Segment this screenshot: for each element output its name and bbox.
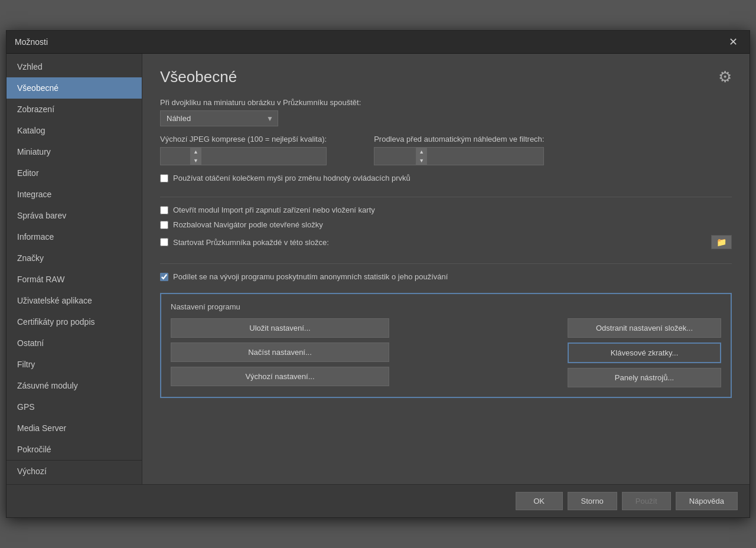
sidebar-item-vseobecne[interactable]: Všeobecné: [6, 77, 142, 99]
jpeg-spin-down[interactable]: ▼: [190, 156, 201, 165]
sidebar-item-integrace[interactable]: Integrace: [6, 184, 142, 205]
double-click-dropdown[interactable]: Náhled: [160, 110, 278, 126]
checkbox-navigator-row: Rozbalovat Navigátor podle otevřené slož…: [160, 220, 732, 229]
checkbox-import-label: Otevřít modul Import při zapnutí zařízen…: [173, 206, 375, 214]
sidebar-item-vzhled[interactable]: Vzhled: [6, 56, 142, 77]
checkbox-explorer-label: Startovat Průzkumníka pokaždé v této slo…: [173, 238, 329, 247]
checkbox-explorer-row: Startovat Průzkumníka pokaždé v této slo…: [160, 235, 732, 249]
double-click-label: Při dvojkliku na miniaturu obrázku v Prů…: [160, 98, 732, 107]
sidebar-item-editor[interactable]: Editor: [6, 162, 142, 184]
sidebar-item-gps[interactable]: GPS: [6, 396, 142, 417]
sidebar-item-sprava-barev[interactable]: Správa barev: [6, 205, 142, 226]
checkbox-navigator[interactable]: [160, 221, 168, 229]
sidebar-item-uzivatelske-aplikace[interactable]: Uživatelské aplikace: [6, 290, 142, 311]
sidebar-item-pokrocile[interactable]: Pokročilé: [6, 439, 142, 460]
checkbox-scroll-row: Používat otáčení kolečkem myši pro změnu…: [160, 174, 732, 182]
separator-2: [160, 263, 732, 264]
section-header: Všeobecné ⚙: [160, 68, 732, 86]
jpeg-spinbox-btns: ▲ ▼: [190, 148, 201, 165]
settings-left-buttons: Uložit nastavení... Načíst nastavení... …: [171, 318, 389, 386]
delay-group: Prodleva před automatickým náhledem ve f…: [374, 135, 544, 165]
sidebar-item-informace[interactable]: Informace: [6, 226, 142, 247]
jpeg-spin-up[interactable]: ▲: [190, 148, 201, 156]
delay-label: Prodleva před automatickým náhledem ve f…: [374, 135, 544, 143]
panels-button[interactable]: Panely nástrojů...: [568, 368, 721, 387]
dialog-footer: OK Storno Použít Nápověda: [6, 484, 750, 517]
sidebar-item-format-raw[interactable]: Formát RAW: [6, 269, 142, 290]
checkbox-import[interactable]: [160, 206, 168, 214]
jpeg-input[interactable]: 95: [161, 149, 190, 163]
delay-spinbox-btns: ▲ ▼: [416, 148, 427, 165]
main-content: Všeobecné ⚙ Při dvojkliku na miniaturu o…: [142, 54, 750, 484]
sidebar-item-zasuvne-moduly[interactable]: Zásuvné moduly: [6, 375, 142, 396]
sidebar-item-certifikaty[interactable]: Certifikáty pro podpis: [6, 311, 142, 332]
sidebar-item-miniatury[interactable]: Miniatury: [6, 141, 142, 162]
jpeg-delay-row: Výchozí JPEG komprese (100 = nejlepší kv…: [160, 135, 732, 165]
checkbox-import-row: Otevřít modul Import při zapnutí zařízen…: [160, 206, 732, 214]
load-settings-button[interactable]: Načíst nastavení...: [171, 342, 389, 362]
dialog-title: Možnosti: [15, 37, 48, 47]
checkbox-statistics-label: Podílet se na vývoji programu poskytnutí…: [173, 272, 448, 281]
jpeg-group: Výchozí JPEG komprese (100 = nejlepší kv…: [160, 135, 327, 165]
checkbox-explorer[interactable]: [160, 238, 168, 246]
double-click-row: Při dvojkliku na miniaturu obrázku v Prů…: [160, 98, 732, 126]
sidebar: Vzhled Všeobecné Zobrazení Katalog Minia…: [6, 54, 142, 484]
sidebar-item-filtry[interactable]: Filtry: [6, 354, 142, 375]
dialog-body: Vzhled Všeobecné Zobrazení Katalog Minia…: [6, 54, 750, 484]
sidebar-item-media-server[interactable]: Media Server: [6, 417, 142, 439]
delay-spinbox: 200 ms ▲ ▼: [374, 147, 544, 165]
shortcuts-button[interactable]: Klávesové zkratky...: [568, 342, 721, 363]
checkbox-scroll[interactable]: [160, 174, 168, 182]
checkbox-statistics-row: Podílet se na vývoji programu poskytnutí…: [160, 272, 732, 281]
double-click-dropdown-wrapper: Náhled ▼: [160, 110, 278, 126]
title-bar: Možnosti ✕: [6, 31, 750, 54]
section-title: Všeobecné: [160, 68, 237, 86]
sidebar-default-button[interactable]: Výchozí: [6, 461, 142, 482]
close-button[interactable]: ✕: [725, 35, 741, 48]
delay-spin-down[interactable]: ▼: [416, 156, 427, 165]
delay-input[interactable]: 200 ms: [374, 149, 416, 163]
remove-settings-button[interactable]: Odstranit nastavení složek...: [568, 318, 721, 338]
checkbox-statistics[interactable]: [160, 273, 168, 281]
gear-icon: ⚙: [718, 68, 732, 86]
sidebar-item-zobrazeni[interactable]: Zobrazení: [6, 99, 142, 120]
ok-button[interactable]: OK: [516, 492, 563, 510]
settings-box: Nastavení programu Uložit nastavení... N…: [160, 293, 732, 398]
cancel-button[interactable]: Storno: [568, 492, 617, 510]
settings-box-title: Nastavení programu: [171, 302, 721, 311]
default-settings-button[interactable]: Výchozí nastavení...: [171, 367, 389, 386]
checkbox-navigator-label: Rozbalovat Navigátor podle otevřené slož…: [173, 220, 323, 229]
sidebar-bottom: Výchozí: [6, 460, 142, 482]
sidebar-item-znacky[interactable]: Značky: [6, 247, 142, 269]
settings-buttons-row: Uložit nastavení... Načíst nastavení... …: [171, 318, 721, 387]
delay-spin-up[interactable]: ▲: [416, 148, 427, 156]
folder-picker-button[interactable]: 📁: [711, 235, 732, 249]
settings-right-buttons: Odstranit nastavení složek... Klávesové …: [568, 318, 721, 387]
dialog: Možnosti ✕ Vzhled Všeobecné Zobrazení Ka…: [6, 30, 750, 518]
checkbox-scroll-label: Používat otáčení kolečkem myši pro změnu…: [173, 174, 410, 182]
help-button[interactable]: Nápověda: [676, 492, 738, 510]
save-settings-button[interactable]: Uložit nastavení...: [171, 318, 389, 338]
jpeg-spinbox: 95 ▲ ▼: [160, 147, 327, 165]
apply-button[interactable]: Použít: [622, 492, 671, 510]
sidebar-item-katalog[interactable]: Katalog: [6, 120, 142, 141]
separator-1: [160, 197, 732, 197]
sidebar-item-ostatni[interactable]: Ostatní: [6, 332, 142, 354]
jpeg-label: Výchozí JPEG komprese (100 = nejlepší kv…: [160, 135, 327, 143]
